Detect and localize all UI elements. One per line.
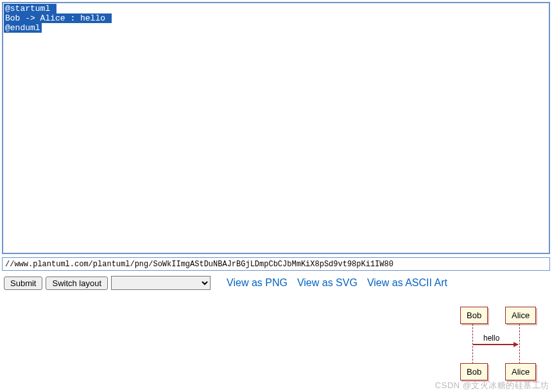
- message-label: hello: [483, 334, 499, 343]
- switch-layout-button[interactable]: Switch layout: [46, 277, 108, 290]
- watermark: CSDN @文火冰糖的硅基工坊: [435, 380, 549, 391]
- view-png-link[interactable]: View as PNG: [227, 277, 288, 289]
- view-svg-link[interactable]: View as SVG: [297, 277, 358, 289]
- lifeline-alice: [519, 324, 520, 364]
- actor-bob-bottom: Bob: [460, 363, 488, 380]
- view-ascii-link[interactable]: View as ASCII Art: [367, 277, 447, 289]
- editor-line: @enduml: [4, 23, 42, 33]
- actor-alice-bottom: Alice: [505, 363, 536, 380]
- editor-line: Bob -> Alice : hello: [4, 13, 112, 23]
- message-arrow: [473, 344, 518, 345]
- layout-dropdown[interactable]: [111, 276, 211, 290]
- toolbar: Submit Switch layout View as PNG View as…: [0, 271, 552, 295]
- url-input[interactable]: [2, 257, 550, 271]
- code-editor[interactable]: @startuml Bob -> Alice : hello @enduml: [2, 2, 550, 254]
- editor-line: @startuml: [4, 4, 56, 13]
- actor-bob-top: Bob: [460, 307, 488, 324]
- submit-button[interactable]: Submit: [4, 277, 42, 290]
- actor-alice-top: Alice: [505, 307, 536, 324]
- sequence-diagram: Bob Alice hello Bob Alice: [453, 305, 549, 382]
